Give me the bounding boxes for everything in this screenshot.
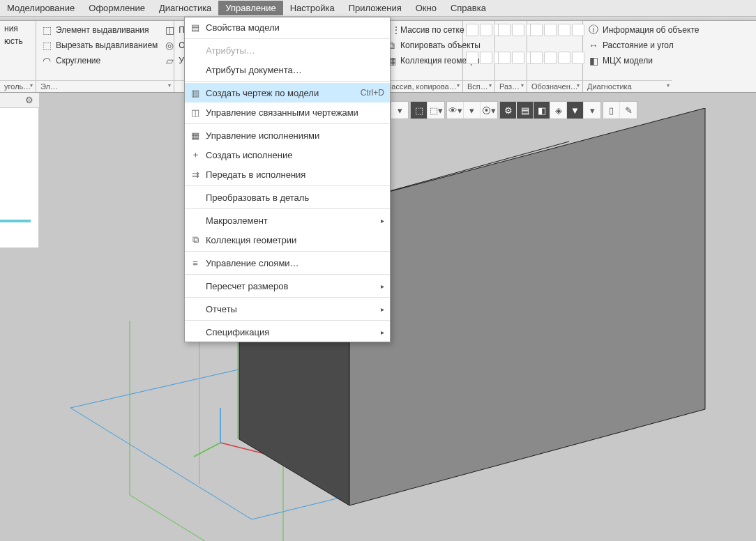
ribbon-label-3: Массив, копирование [381, 80, 462, 92]
menu-specification[interactable]: Спецификация▸ [185, 322, 390, 342]
menu-layers[interactable]: ≡Управление слоями… [185, 253, 390, 273]
aux-icons[interactable] [464, 22, 492, 79]
ribbon-label-1: Эл… [36, 80, 174, 92]
menu-modeling[interactable]: Моделирование [0, 1, 82, 15]
send-icon: ⇉ [189, 169, 202, 180]
menu-reports[interactable]: Отчеты▸ [185, 299, 390, 319]
menu-diagnostics[interactable]: Диагностика [152, 1, 218, 15]
ft-dd[interactable]: ▾ [464, 102, 481, 119]
layers-icon: ≡ [189, 258, 202, 268]
ft-gear[interactable]: ⚙ [500, 102, 517, 119]
3d-viewport[interactable] [39, 108, 756, 541]
chevron-right-icon: ▸ [381, 282, 384, 290]
ribbon-group-diag: ⓘИнформация об объекте ↔Расстояние и уго… [583, 21, 672, 92]
menu-convert-to-part[interactable]: Преобразовать в деталь [185, 188, 390, 207]
ribbon-label-6: Обозначения [527, 80, 582, 92]
ribbon-group-dim: Разме… [495, 21, 527, 92]
collection-icon: ⧉ [189, 234, 202, 245]
chevron-right-icon: ▸ [381, 328, 384, 336]
menu-separator [185, 274, 390, 275]
menu-separator [185, 320, 390, 321]
extrude-icon: ⬚ [40, 24, 53, 36]
ribbon-label-0: угольник [0, 80, 36, 92]
control-dropdown: ▤Свойства модели Атрибуты… Атрибуты доку… [184, 17, 391, 342]
menu-separator [185, 81, 390, 82]
menu-separator [185, 123, 390, 124]
exec-icon: ▦ [189, 130, 202, 141]
menu-macroelement[interactable]: Макроэлемент▸ [185, 211, 390, 230]
distance-icon: ↔ [587, 39, 600, 52]
menu-create-execution[interactable]: ＋Создать исполнение [185, 145, 390, 165]
distance-angle-button[interactable]: ↔Расстояние и угол [584, 38, 702, 53]
svg-line-2 [194, 443, 220, 457]
ft-cube[interactable]: ⬚ [411, 102, 428, 119]
fillet-button[interactable]: ◠Скругление [38, 53, 160, 68]
info-icon: ⓘ [587, 24, 600, 36]
menu-window[interactable]: Окно [409, 1, 444, 15]
ft-filter-dd[interactable]: ▾ [584, 102, 600, 119]
menu-doc-attributes[interactable]: Атрибуты документа… [185, 60, 390, 79]
ribbon-btn-line[interactable]: ния [1, 22, 26, 35]
menu-manage-executions[interactable]: ▦Управление исполнениями [185, 125, 390, 145]
linked-icon: ◫ [189, 107, 202, 118]
chevron-right-icon: ▸ [381, 305, 384, 313]
tool-strip: ⚙ [0, 93, 39, 108]
ft-diamond[interactable]: ◈ [550, 102, 567, 119]
ribbon-group-elements: ⬚Элемент выдавливания ⬚Вырезать выдавлив… [36, 21, 174, 92]
dim-icons[interactable] [497, 22, 524, 79]
ribbon-group-aux: Вспом… [463, 21, 495, 92]
cut-icon: ⬚ [40, 39, 53, 52]
ft-cube-dd[interactable]: ⬚▾ [428, 102, 444, 119]
menu-geometry-collection[interactable]: ⧉Коллекция геометрии [185, 230, 390, 250]
ft-visibility[interactable]: 👁▾ [447, 102, 464, 119]
drawing-icon: ▥ [189, 88, 202, 98]
left-tab-marker [0, 220, 31, 222]
extrude-button[interactable]: ⬚Элемент выдавливания [38, 22, 160, 38]
menu-separator [185, 297, 390, 298]
info-object-button[interactable]: ⓘИнформация об объекте [584, 22, 702, 38]
menu-separator [185, 208, 390, 209]
menu-settings[interactable]: Настройка [283, 1, 342, 15]
menu-attributes: Атрибуты… [185, 40, 390, 60]
menu-control[interactable]: Управление [218, 1, 282, 15]
ribbon-btn-surf[interactable]: юсть [1, 35, 26, 47]
ft-group-3: 👁▾ ▾ ⦿▾ [446, 101, 498, 119]
ribbon-group-shape: ния юсть угольник [0, 21, 36, 92]
ft-target[interactable]: ⦿▾ [481, 102, 497, 119]
menu-help[interactable]: Справка [444, 1, 493, 15]
menu-linked-drawings[interactable]: ◫Управление связанными чертежами [185, 102, 390, 122]
menu-create-drawing[interactable]: ▥Создать чертеж по моделиCtrl+D [185, 83, 390, 102]
view-toolbar: ▾ ⬚ ⬚▾ 👁▾ ▾ ⦿▾ ⚙ ▤ ◧ ◈ ▼ ▾ ▯ ✎ [391, 101, 637, 119]
menu-send-to-executions[interactable]: ⇉Передать в исполнения [185, 165, 390, 184]
ft-shade[interactable]: ◧ [534, 102, 550, 119]
properties-icon: ▤ [189, 22, 202, 33]
menu-separator [185, 185, 390, 186]
ft-pencil[interactable]: ✎ [620, 102, 637, 119]
plus-icon: ＋ [189, 148, 202, 161]
menu-design[interactable]: Оформление [82, 1, 152, 15]
annot-icons[interactable] [529, 22, 579, 79]
ribbon-label-7: Диагностика [583, 80, 672, 92]
mcx-model-button[interactable]: ◧МЦХ модели [584, 53, 702, 68]
ft-rect[interactable]: ▯ [603, 102, 620, 119]
menu-separator [185, 251, 390, 252]
ribbon-label-5: Разме… [495, 80, 527, 92]
shortcut-label: Ctrl+D [361, 88, 384, 98]
ft-group-5: ▯ ✎ [603, 101, 637, 119]
left-panel [0, 108, 39, 247]
menu-model-properties[interactable]: ▤Свойства модели [185, 17, 390, 37]
ft-filter[interactable]: ▼ [567, 102, 584, 119]
mcx-icon: ◧ [587, 54, 600, 67]
cut-extrude-button[interactable]: ⬚Вырезать выдавливанием [38, 38, 160, 53]
ribbon-label-4: Вспом… [463, 80, 494, 92]
gear-icon[interactable]: ⚙ [25, 95, 36, 106]
fillet-icon: ◠ [40, 54, 53, 67]
ft-group-2: ⬚ ⬚▾ [410, 101, 445, 119]
ribbon-group-array: ⋮⋮Массив по сетке ⧉Копировать объекты ▦К… [381, 21, 463, 92]
ft-dropdown-1[interactable]: ▾ [391, 102, 408, 119]
menu-apps[interactable]: Приложения [342, 1, 409, 15]
menu-recalc-dimensions[interactable]: Пересчет размеров▸ [185, 276, 390, 296]
ft-panel[interactable]: ▤ [517, 102, 534, 119]
ft-group-4: ⚙ ▤ ◧ ◈ ▼ ▾ [499, 101, 601, 119]
menu-bar: Моделирование Оформление Диагностика Упр… [0, 0, 756, 17]
